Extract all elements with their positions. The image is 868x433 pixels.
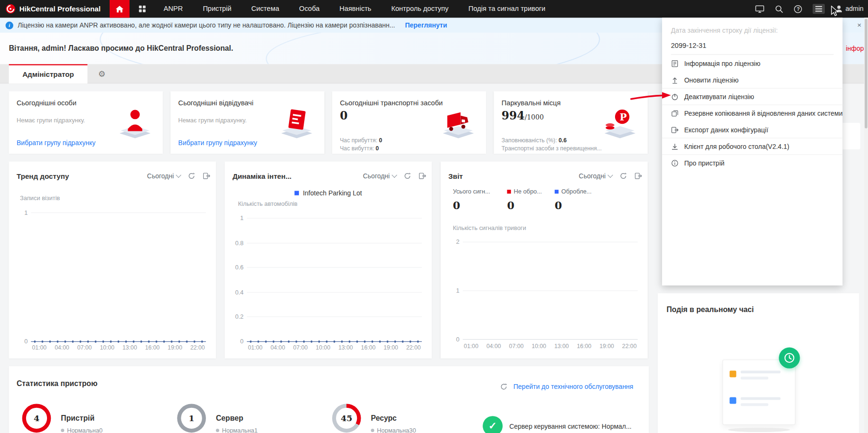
menu-person[interactable]: Особа (299, 5, 319, 12)
gridline (463, 290, 638, 291)
skeleton-bar (741, 371, 781, 374)
apps-grid-icon (138, 5, 146, 12)
visitor-badge-icon (275, 106, 317, 143)
menu-device[interactable]: Пристрій (203, 5, 231, 12)
menu-item-renew-license[interactable]: Оновити ліцензію (662, 72, 842, 89)
export-icon[interactable] (635, 172, 642, 180)
gridline (463, 242, 638, 242)
parking-free-count: 994/1000 (502, 109, 544, 122)
menu-system[interactable]: Система (252, 5, 280, 12)
menu-item-deactivate-license[interactable]: Деактивувати ліцензію (662, 89, 842, 105)
x-tick: 04:00 (53, 344, 72, 351)
period-dropdown[interactable]: Сьогодні (579, 172, 612, 180)
device-statistics-panel: Статистика пристрою Перейти до технічног… (9, 366, 649, 433)
goto-maintenance-link[interactable]: Перейти до технічного обслуговування (513, 383, 634, 390)
menu-attendance[interactable]: Наявність (339, 5, 371, 12)
period-dropdown[interactable]: Сьогодні (147, 172, 180, 180)
menu-item-label: Резервне копіювання й відновлення даних … (684, 110, 843, 117)
x-axis-ticks: 01:00 04:00 07:00 10:00 13:00 16:00 19:0… (462, 342, 639, 349)
tab-settings-gear-icon[interactable]: ⚙ (87, 64, 116, 83)
series-line-zero (247, 340, 422, 343)
tab-administrator[interactable]: Адміністратор (9, 64, 88, 83)
x-tick: 04:00 (484, 342, 503, 349)
menu-item-license-info[interactable]: Інформація про ліцензію (662, 55, 842, 72)
device-stat-item: 45 Ресурс Нормальна30 (332, 403, 482, 433)
server-donut: 1 (177, 404, 206, 433)
brand-name: HikCentral Professional (19, 5, 101, 13)
x-tick: 22:00 (404, 344, 423, 351)
scrollbar-thumb[interactable] (865, 19, 868, 129)
info-icon: i (6, 21, 13, 29)
menu-item-about-device[interactable]: Про пристрій (662, 155, 842, 172)
card-title: Паркувальні місця (502, 99, 560, 107)
menu-item-backup-restore[interactable]: Резервне копіювання й відновлення даних … (662, 105, 842, 122)
stat-card-vehicles: Сьогоднішні транспортні засоби 0 Час при… (332, 91, 486, 154)
hikcentral-dashboard: HikCentral Professional ANPR Пристрій Си… (0, 0, 868, 433)
menu-item-desktop-client[interactable]: Клієнт для робочого стола(V2.4.1) (662, 138, 842, 155)
illustration-shadow (728, 428, 790, 432)
x-tick: 04:00 (269, 344, 288, 351)
device-monitor-button[interactable] (755, 5, 765, 13)
svg-text:?: ? (797, 6, 800, 11)
export-icon[interactable] (203, 172, 210, 180)
menu-event-alarm[interactable]: Подія та сигнал тривоги (468, 5, 545, 12)
select-counting-group-link[interactable]: Вибрати групу підрахунку (17, 139, 95, 147)
menu-item-label: Про пристрій (684, 159, 725, 167)
arrival-value: 0 (379, 137, 383, 143)
refresh-icon[interactable] (187, 172, 195, 180)
chart-legend[interactable]: Infotech Parking Lot (225, 189, 432, 197)
x-tick: 19:00 (597, 342, 616, 349)
refresh-icon[interactable] (403, 172, 411, 180)
dropdown-list: Інформація про ліцензію Оновити ліцензію… (662, 55, 842, 172)
annotation-arrow (630, 90, 674, 103)
stat-label-text: Усього сигн... (453, 188, 490, 195)
banner-close-icon[interactable]: × (857, 21, 861, 29)
select-counting-group-link[interactable]: Вибрати групу підрахунку (178, 139, 257, 147)
refresh-icon[interactable] (619, 172, 627, 180)
menu-access-control[interactable]: Контроль доступу (391, 5, 448, 12)
server-status-text: Сервер керування системою: Нормал... (509, 423, 632, 430)
parking-total: /1000 (525, 113, 544, 121)
device-stat-sub-text: Нормальна1 (222, 427, 258, 433)
export-icon[interactable] (419, 172, 426, 180)
donut-value: 1 (177, 404, 206, 433)
x-tick: 07:00 (291, 344, 310, 351)
apps-grid-button[interactable] (134, 0, 150, 18)
menu-anpr[interactable]: ANPR (164, 5, 183, 12)
gridline (247, 267, 422, 267)
home-button[interactable] (110, 0, 130, 18)
x-tick: 10:00 (314, 344, 333, 351)
topbar-right: ? admin (755, 4, 868, 14)
y-tick: 0.8 (228, 240, 244, 246)
y-tick: 1 (444, 287, 459, 294)
y-tick: 0.6 (228, 264, 244, 270)
stat-value: 0 (453, 199, 490, 212)
skeleton-bar (741, 377, 768, 379)
period-value: Сьогодні (147, 172, 174, 180)
y-tick: 2 (444, 239, 459, 245)
period-dropdown[interactable]: Сьогодні (363, 172, 396, 180)
vehicle-truck-icon (436, 106, 478, 143)
menu-item-export-config[interactable]: Експорт даних конфігурації (662, 122, 842, 138)
chart-controls: Сьогодні (363, 172, 426, 180)
stat-label: Не обро... (507, 188, 541, 195)
search-button[interactable] (775, 5, 783, 13)
device-stat-label: Ресурс (371, 414, 397, 422)
banner-view-link[interactable]: Переглянути (405, 21, 447, 29)
x-tick: 19:00 (382, 344, 401, 351)
overstay-line: Транспортні засоби з перевищення... (502, 145, 602, 152)
maintenance-menu-button[interactable] (813, 4, 825, 14)
report-chart-card: Звіт Сьогодні Усього сигн... (440, 162, 647, 359)
parking-icon: P (598, 106, 640, 143)
refresh-icon[interactable] (500, 383, 508, 390)
menu-item-label: Деактивувати ліцензію (684, 92, 754, 100)
y-tick: 0.2 (228, 313, 244, 320)
chart-controls: Сьогодні (147, 172, 210, 180)
hamburger-menu-icon (815, 6, 822, 12)
device-stat-item: 1 Сервер Нормальна1 (177, 403, 327, 433)
stat-value: 0 (555, 199, 592, 212)
renew-license-icon (671, 76, 679, 83)
x-tick: 22:00 (188, 344, 207, 351)
help-button[interactable]: ? (794, 5, 802, 13)
x-tick: 16:00 (359, 344, 378, 351)
